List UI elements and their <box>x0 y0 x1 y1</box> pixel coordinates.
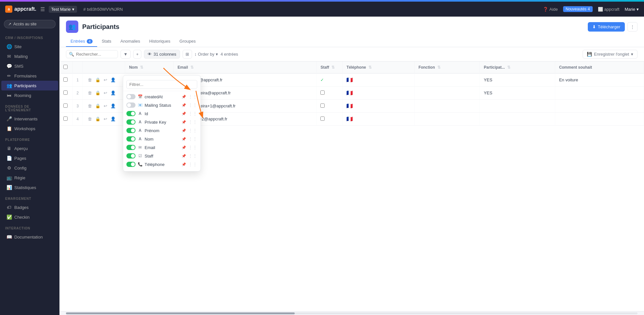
dropdown-item-privateKey[interactable]: A Private Key 📌 ⋮⋮ <box>123 118 200 126</box>
row-user-1[interactable]: 👤 <box>109 77 117 83</box>
row-lock-1[interactable]: 🔒 <box>94 77 101 83</box>
toggle-staff[interactable] <box>126 153 135 158</box>
tab-stats[interactable]: Stats <box>97 36 116 47</box>
dropdown-item-id[interactable]: A Id 📌 ⋮⋮ <box>123 109 200 118</box>
order-btn[interactable]: ↕ Order by ▾ <box>195 52 218 57</box>
dropdown-filter-input[interactable] <box>126 80 197 89</box>
dropdown-item-prenom[interactable]: A Prénom 📌 ⋮⋮ <box>123 126 200 135</box>
dropdown-item-staff[interactable]: ☑ Staff 📌 ⋮⋮ <box>123 152 200 160</box>
workspace-selector[interactable]: Test Marie ▾ <box>49 6 77 13</box>
col-nom-sort[interactable]: ⇅ <box>140 65 143 70</box>
row-restore-4[interactable]: ↩ <box>103 116 108 122</box>
staff-check-2[interactable] <box>320 90 325 95</box>
search-input[interactable] <box>76 52 109 57</box>
sidebar-item-rooming[interactable]: 🛏 Rooming <box>1 90 58 100</box>
user-menu[interactable]: Marie ▾ <box>625 7 639 12</box>
pin-telephone[interactable]: 📌 <box>182 162 186 167</box>
sidebar-item-site[interactable]: 🌐 Site <box>1 42 58 51</box>
sidebar-item-intervenants[interactable]: 🎤 Intervenants <box>1 114 58 124</box>
sidebar-item-config[interactable]: ⚙ Config <box>1 163 58 173</box>
row-checkbox-2[interactable] <box>63 90 68 95</box>
row-delete-1[interactable]: 🗑 <box>87 77 93 83</box>
nouveautes-btn[interactable]: Nouveautés 4 <box>563 6 593 12</box>
add-column-btn[interactable]: + <box>133 50 142 59</box>
sidebar-item-mailing[interactable]: ✉ Mailing <box>1 51 58 61</box>
access-site-btn[interactable]: ↗ Accès au site <box>4 20 56 28</box>
more-options-btn[interactable]: ⋮ <box>627 22 638 32</box>
row-lock-2[interactable]: 🔒 <box>94 90 101 96</box>
tab-historiques[interactable]: Historiques <box>145 36 175 47</box>
toggle-id[interactable] <box>126 111 135 116</box>
pin-email[interactable]: 📌 <box>182 145 186 150</box>
sidebar-item-checkin[interactable]: ✅ Checkin <box>1 212 58 222</box>
drag-prenom[interactable]: ⋮⋮ <box>188 128 197 133</box>
row-delete-3[interactable]: 🗑 <box>87 103 93 109</box>
scroll-track[interactable] <box>66 312 638 314</box>
select-all-checkbox[interactable] <box>63 65 68 69</box>
sidebar-item-statistiques[interactable]: 📊 Statistiques <box>1 183 58 192</box>
pin-mailingStatus[interactable]: 📌 <box>182 103 186 107</box>
pin-privateKey[interactable]: 📌 <box>182 120 186 124</box>
pin-createdAt[interactable]: 📌 <box>182 95 186 99</box>
sidebar-item-sms[interactable]: 💬 SMS <box>1 61 58 71</box>
drag-telephone[interactable]: ⋮⋮ <box>188 162 197 167</box>
drag-nom[interactable]: ⋮⋮ <box>188 136 197 142</box>
help-btn[interactable]: ❓ Aide <box>543 7 558 12</box>
tab-anomalies[interactable]: Anomalies <box>116 36 145 47</box>
bottom-scrollbar[interactable] <box>59 311 644 315</box>
row-checkbox-3[interactable] <box>63 103 68 108</box>
filter-btn[interactable]: ▼ <box>121 50 131 59</box>
sidebar-item-pages[interactable]: 📄 Pages <box>1 153 58 163</box>
toggle-prenom[interactable] <box>126 128 135 133</box>
row-user-3[interactable]: 👤 <box>109 103 117 109</box>
sidebar-item-documentation[interactable]: 📖 Documentation <box>1 232 58 242</box>
pin-staff[interactable]: 📌 <box>182 154 186 158</box>
menu-toggle-btn[interactable]: ☰ <box>40 6 45 12</box>
col-telephone-sort[interactable]: ⇅ <box>368 65 372 70</box>
save-tab-btn[interactable]: 💾 Enregistrer l'onglet ▾ <box>583 50 638 59</box>
row-restore-1[interactable]: ↩ <box>103 77 108 83</box>
tab-entrees[interactable]: Entrées 4 <box>66 36 97 47</box>
dropdown-item-telephone[interactable]: 📞 Téléphone 📌 ⋮⋮ <box>123 160 200 169</box>
sidebar-item-apercu[interactable]: 🖥 Aperçu <box>1 144 58 153</box>
col-staff-sort[interactable]: ⇅ <box>331 65 335 70</box>
pin-nom[interactable]: 📌 <box>182 137 186 141</box>
sidebar-item-formulaires[interactable]: ✏ Formulaires <box>1 71 58 81</box>
toggle-privateKey[interactable] <box>126 119 135 125</box>
tab-groupes[interactable]: Groupes <box>175 36 200 47</box>
drag-id[interactable]: ⋮⋮ <box>188 111 197 116</box>
drag-privateKey[interactable]: ⋮⋮ <box>188 119 197 125</box>
toggle-email[interactable] <box>126 145 135 150</box>
col-fonction-sort[interactable]: ⇅ <box>437 65 441 70</box>
row-delete-2[interactable]: 🗑 <box>87 90 93 96</box>
row-restore-2[interactable]: ↩ <box>103 90 108 96</box>
sidebar-item-participants[interactable]: 👥 Participants <box>1 81 58 90</box>
drag-mailingStatus[interactable]: ⋮⋮ <box>188 103 197 108</box>
sidebar-item-workshops[interactable]: 📋 Workshops <box>1 124 58 133</box>
col-email-sort[interactable]: ⇅ <box>190 65 194 70</box>
row-lock-4[interactable]: 🔒 <box>94 116 101 122</box>
scroll-thumb[interactable] <box>66 312 295 314</box>
pin-id[interactable]: 📌 <box>182 112 186 116</box>
staff-check-4[interactable] <box>320 116 325 121</box>
col-participat-sort[interactable]: ⇅ <box>507 65 510 70</box>
dropdown-item-nom[interactable]: A Nom 📌 ⋮⋮ <box>123 135 200 143</box>
toggle-createdAt[interactable] <box>126 94 135 99</box>
row-user-4[interactable]: 👤 <box>109 116 117 122</box>
dropdown-item-email[interactable]: ✉ Email 📌 ⋮⋮ <box>123 143 200 152</box>
toggle-mailingStatus[interactable] <box>126 103 135 108</box>
row-user-2[interactable]: 👤 <box>109 90 117 96</box>
row-checkbox-4[interactable] <box>63 116 68 121</box>
columns-toggle-btn[interactable]: 👁 31 colonnes <box>144 50 180 59</box>
toggle-nom[interactable] <box>126 136 135 142</box>
dropdown-item-mailingStatus[interactable]: 📧 Mailing Status 📌 ⋮⋮ <box>123 101 200 109</box>
staff-check-3[interactable] <box>320 103 325 108</box>
row-checkbox-1[interactable] <box>63 77 68 82</box>
drag-email[interactable]: ⋮⋮ <box>188 145 197 150</box>
row-delete-4[interactable]: 🗑 <box>87 116 93 122</box>
row-restore-3[interactable]: ↩ <box>103 103 108 109</box>
view-mode-btn[interactable]: ⊞ <box>183 50 192 59</box>
row-lock-3[interactable]: 🔒 <box>94 103 101 109</box>
search-box[interactable]: 🔍 <box>66 50 118 58</box>
pin-prenom[interactable]: 📌 <box>182 129 186 133</box>
